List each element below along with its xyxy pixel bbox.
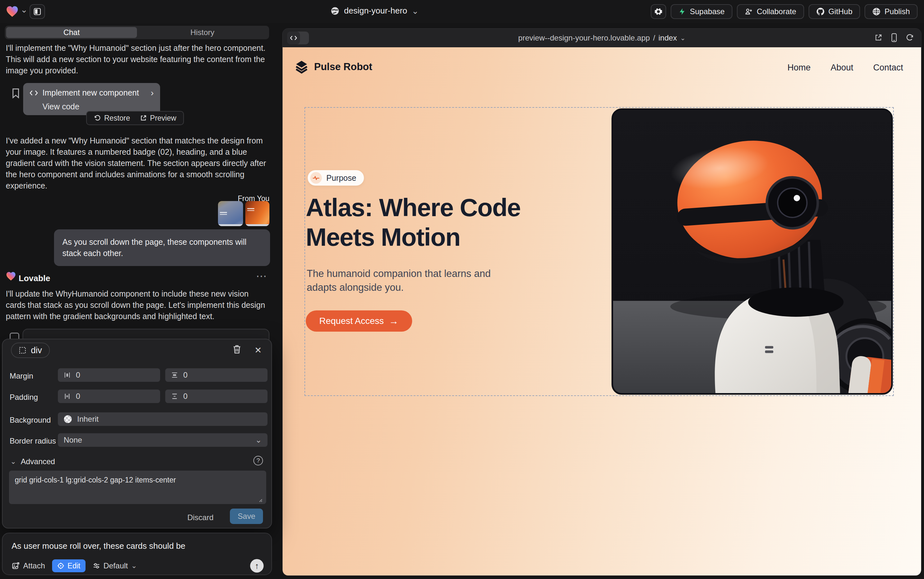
margin-x-icon xyxy=(64,371,71,379)
close-panel-button[interactable]: ✕ xyxy=(254,345,262,355)
supabase-label: Supabase xyxy=(690,7,725,16)
padding-label: Padding xyxy=(10,393,38,402)
lovable-logo-icon[interactable] xyxy=(6,5,19,18)
url-slash: / xyxy=(653,33,655,43)
project-selector[interactable]: design-your-hero ⌄ xyxy=(330,6,419,16)
tab-chat[interactable]: Chat xyxy=(6,27,137,38)
tab-history[interactable]: History xyxy=(137,27,268,38)
site-canvas: Pulse Robot Home About Contact Purpose A… xyxy=(282,47,921,576)
chat-history-tabs: Chat History xyxy=(5,26,269,39)
model-selector[interactable]: Default ⌄ xyxy=(93,561,137,570)
assistant-message-2: I've added a new "Why Humanoid" section … xyxy=(6,135,269,191)
supabase-button[interactable]: Supabase xyxy=(671,4,732,19)
request-access-button[interactable]: Request Access → xyxy=(306,311,412,332)
code-icon xyxy=(29,90,38,96)
discard-button[interactable]: Discard xyxy=(188,513,214,522)
github-icon xyxy=(816,7,824,16)
edit-mode-button[interactable]: Edit xyxy=(52,559,85,572)
select-chevron-down-icon: ⌄ xyxy=(255,435,262,445)
workspace-chevron-down-icon[interactable]: ⌄ xyxy=(21,7,28,13)
settings-button[interactable] xyxy=(651,4,666,19)
model-chevron-down-icon: ⌄ xyxy=(131,563,137,569)
robot-illustration xyxy=(613,110,891,393)
nav-contact[interactable]: Contact xyxy=(873,63,903,73)
classes-textarea[interactable]: grid grid-cols-1 lg:grid-cols-2 gap-12 i… xyxy=(9,471,266,504)
transparency-swatch-icon xyxy=(64,415,72,423)
mobile-view-button[interactable] xyxy=(891,33,897,42)
topbar-actions: Supabase Collaborate GitHub Publish xyxy=(651,4,917,19)
gear-icon xyxy=(654,7,663,16)
delete-element-button[interactable] xyxy=(233,345,241,354)
margin-y-input[interactable]: 0 xyxy=(165,368,268,382)
globe-icon xyxy=(330,7,340,15)
preview-chrome: preview--design-your-hero.lovable.app / … xyxy=(282,29,921,47)
padding-x-input[interactable]: 0 xyxy=(58,389,160,403)
assistant-name: Lovable xyxy=(19,273,50,283)
github-label: GitHub xyxy=(829,7,853,16)
sidebar-toggle-button[interactable] xyxy=(29,4,45,19)
background-input[interactable]: Inherit xyxy=(58,412,268,426)
resize-handle-icon[interactable] xyxy=(258,497,262,502)
margin-label: Margin xyxy=(10,371,33,381)
thumbnail-footer-strip xyxy=(218,224,243,226)
attachment-thumbnail-orange[interactable] xyxy=(245,201,269,226)
collaborate-button[interactable]: Collaborate xyxy=(737,4,804,19)
publish-label: Publish xyxy=(885,7,910,16)
send-button[interactable]: ↑ xyxy=(250,559,264,572)
advanced-chevron-down-icon: ⌄ xyxy=(10,458,16,465)
restore-button[interactable]: Restore xyxy=(94,114,130,123)
assistant-message-3: I'll update the WhyHumanoid component to… xyxy=(6,288,266,322)
project-name: design-your-hero xyxy=(344,6,407,16)
advanced-help-button[interactable]: ? xyxy=(253,456,263,465)
element-tag: div xyxy=(31,345,42,355)
lovable-avatar-icon xyxy=(6,271,16,281)
top-bar: ⌄ design-your-hero ⌄ Supabase Collaborat… xyxy=(0,0,924,23)
site-nav: Home About Contact xyxy=(787,63,903,73)
preview-path: index xyxy=(658,33,677,43)
padding-y-icon xyxy=(171,393,178,400)
border-radius-select[interactable]: None ⌄ xyxy=(58,433,268,447)
advanced-toggle[interactable]: ⌄ Advanced xyxy=(10,457,55,466)
preview-pane: preview--design-your-hero.lovable.app / … xyxy=(282,28,921,576)
preview-url: preview--design-your-hero.lovable.app xyxy=(518,33,650,43)
external-link-icon xyxy=(140,114,147,122)
selected-element-chip[interactable]: div xyxy=(11,343,50,358)
collaborate-label: Collaborate xyxy=(757,7,797,16)
assistant-message-1: I'll implement the "Why Humanoid" sectio… xyxy=(6,43,266,76)
publish-button[interactable]: Publish xyxy=(865,4,917,19)
preview-url-selector[interactable]: preview--design-your-hero.lovable.app / … xyxy=(282,29,921,47)
padding-x-icon xyxy=(64,393,71,400)
bookmark-icon[interactable] xyxy=(11,88,20,98)
user-message-bubble: As you scroll down the page, these compo… xyxy=(54,229,270,266)
margin-x-input[interactable]: 0 xyxy=(58,368,160,382)
refresh-button[interactable] xyxy=(906,33,914,42)
hero-subtitle: The humanoid companion that learns and a… xyxy=(307,267,516,294)
tool-call-card[interactable]: Implement new component › View code xyxy=(23,83,160,115)
preview-button[interactable]: Preview xyxy=(140,114,176,123)
attach-button[interactable]: Attach xyxy=(11,561,45,570)
message-more-button[interactable]: ⋯ xyxy=(256,270,268,283)
pulse-icon xyxy=(310,172,322,184)
project-chevron-down-icon: ⌄ xyxy=(412,8,419,14)
site-brand[interactable]: Pulse Robot xyxy=(295,60,372,74)
save-button[interactable]: Save xyxy=(230,509,263,524)
nav-about[interactable]: About xyxy=(831,63,853,73)
restore-icon xyxy=(94,114,101,122)
hero-badge-label: Purpose xyxy=(327,173,356,183)
github-button[interactable]: GitHub xyxy=(808,4,860,19)
dashed-box-icon xyxy=(19,347,26,354)
target-icon xyxy=(57,562,64,569)
tool-card-chevron-right-icon: › xyxy=(151,90,153,96)
chat-composer[interactable]: As user mouse roll over, these cards sho… xyxy=(2,533,272,575)
composer-input[interactable]: As user mouse roll over, these cards sho… xyxy=(11,541,186,551)
attachment-thumbnail-blue[interactable] xyxy=(218,201,243,226)
open-in-new-tab-button[interactable] xyxy=(874,33,883,42)
background-label: Background xyxy=(10,415,51,425)
publish-globe-icon xyxy=(872,7,881,16)
view-code-link[interactable]: View code xyxy=(42,102,153,111)
hero-robot-image xyxy=(612,108,893,395)
nav-home[interactable]: Home xyxy=(787,63,810,73)
site-brand-name: Pulse Robot xyxy=(314,61,372,73)
collaborate-icon xyxy=(744,7,753,16)
padding-y-input[interactable]: 0 xyxy=(165,389,268,403)
